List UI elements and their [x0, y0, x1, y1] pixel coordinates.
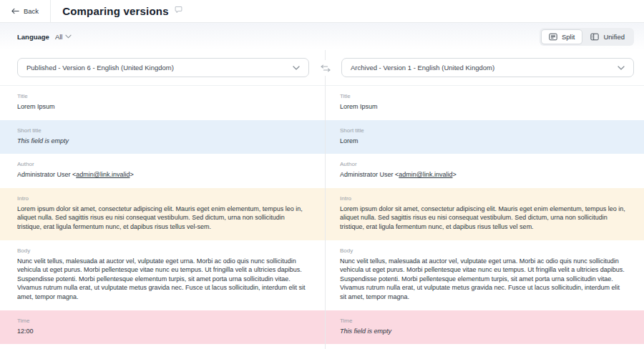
view-mode-label: Split [562, 33, 575, 41]
field-value: Lorem Ipsum [340, 102, 627, 112]
back-arrow-icon [11, 8, 19, 14]
view-mode-toggle: Split Unified [540, 28, 634, 46]
field-cell: Title Lorem Ipsum [326, 86, 644, 120]
bottom-spacer [326, 344, 644, 349]
field-value: This field is empty [340, 327, 627, 336]
comparison-grid: Published - Version 6 - English (United … [0, 50, 644, 349]
header-divider [50, 0, 51, 22]
field-cell: Time This field is empty [326, 310, 644, 345]
right-version-label: Archived - Version 1 - English (United K… [351, 64, 494, 72]
field-cell: Body Nunc velit tellus, malesuada at auc… [0, 240, 326, 310]
field-cell: Short title Lorem [326, 120, 644, 154]
back-button[interactable]: Back [0, 0, 50, 22]
field-cell: Intro Lorem ipsum dolor sit amet, consec… [0, 188, 326, 240]
field-label: Short title [340, 127, 627, 134]
field-value: Lorem ipsum dolor sit amet, consectetur … [17, 205, 311, 232]
swap-versions-button[interactable] [316, 60, 335, 76]
view-mode-split[interactable]: Split [542, 30, 582, 44]
field-value: Lorem Ipsum [17, 102, 311, 112]
language-value: All [55, 33, 63, 41]
view-mode-label: Unified [603, 33, 625, 41]
language-label: Language [17, 33, 49, 41]
chevron-down-icon [293, 66, 300, 70]
field-value: Nunc velit tellus, malesuada at auctor v… [17, 257, 311, 302]
field-label: Body [17, 247, 311, 254]
unified-view-icon [590, 33, 599, 41]
page-title: Comparing versions [62, 5, 169, 17]
field-label: Title [340, 93, 627, 99]
chevron-down-icon [65, 34, 72, 39]
toolbar: Language All Split Unified [0, 23, 644, 50]
field-value: Administrator User <admin@link.invalid> [340, 170, 627, 180]
left-selector-cell: Published - Version 6 - English (United … [0, 50, 326, 86]
author-email-link[interactable]: admin@link.invalid [399, 171, 452, 178]
back-label: Back [24, 7, 39, 15]
field-label: Time [17, 318, 311, 324]
author-email-link[interactable]: admin@link.invalid [76, 171, 130, 178]
right-selector-cell: Archived - Version 1 - English (United K… [326, 50, 644, 86]
field-value: Lorem [340, 137, 627, 146]
comment-icon [175, 6, 182, 14]
language-dropdown[interactable]: All [55, 33, 72, 41]
field-cell: Title Lorem Ipsum [0, 86, 326, 120]
field-label: Title [17, 93, 311, 99]
field-cell: Body Nunc velit tellus, malesuada at auc… [326, 240, 644, 310]
view-mode-unified[interactable]: Unified [583, 30, 632, 44]
field-cell: Short title This field is empty [0, 120, 326, 154]
field-cell: Time 12:00 [0, 310, 326, 345]
field-label: Author [17, 161, 311, 167]
field-value: Nunc velit tellus, malesuada at auctor v… [340, 257, 627, 302]
field-cell: Intro Lorem ipsum dolor sit amet, consec… [326, 188, 644, 240]
right-version-dropdown[interactable]: Archived - Version 1 - English (United K… [341, 58, 634, 77]
swap-icon [321, 64, 331, 72]
split-view-icon [549, 33, 557, 41]
field-label: Short title [17, 127, 311, 134]
field-cell: Author Administrator User <admin@link.in… [326, 154, 644, 188]
chevron-down-icon [618, 66, 625, 70]
field-label: Time [340, 318, 627, 324]
field-label: Intro [17, 195, 311, 202]
field-value: This field is empty [17, 137, 311, 146]
field-label: Intro [340, 195, 627, 202]
field-cell: Author Administrator User <admin@link.in… [0, 154, 326, 188]
language-selector: Language All [17, 33, 72, 41]
left-version-label: Published - Version 6 - English (United … [26, 64, 174, 72]
top-header: Back Comparing versions [0, 0, 644, 23]
field-label: Author [340, 161, 627, 167]
field-value: Lorem ipsum dolor sit amet, consectetur … [340, 205, 627, 232]
field-label: Body [340, 247, 627, 254]
bottom-spacer [0, 344, 326, 349]
field-value: 12:00 [17, 327, 311, 336]
field-value: Administrator User <admin@link.invalid> [17, 170, 311, 180]
left-version-dropdown[interactable]: Published - Version 6 - English (United … [17, 58, 309, 77]
